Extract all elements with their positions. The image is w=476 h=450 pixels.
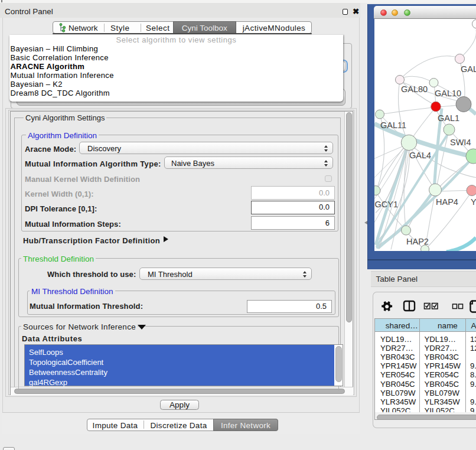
svg-text:GAL10: GAL10 [435, 88, 461, 97]
svg-text:GCY1: GCY1 [375, 199, 399, 208]
svg-text:HAP4: HAP4 [436, 197, 458, 206]
svg-text:HAP2: HAP2 [406, 236, 429, 246]
svg-text:GAL4: GAL4 [409, 150, 431, 159]
svg-text:SWI4: SWI4 [450, 137, 471, 146]
svg-text:GAL1: GAL1 [438, 113, 459, 122]
svg-text:GAL2: GAL2 [461, 64, 476, 73]
svg-text:GAL11: GAL11 [380, 120, 406, 129]
svg-text:YJ: YJ [471, 197, 476, 206]
svg-text:GAL80: GAL80 [401, 84, 428, 93]
